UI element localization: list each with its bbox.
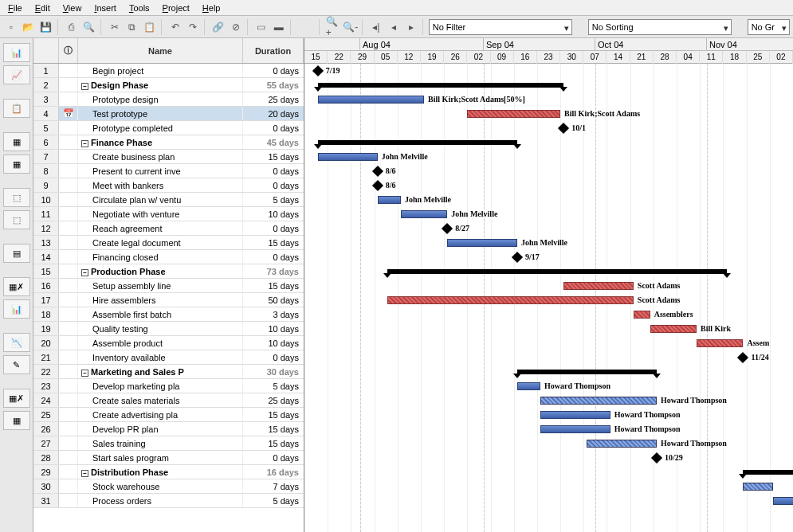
row-number[interactable]: 28	[33, 451, 59, 464]
name-cell[interactable]: Meet with bankers	[78, 178, 243, 192]
row-number[interactable]: 29	[33, 465, 59, 479]
table-row[interactable]: 7Create business plan15 days	[33, 150, 304, 164]
resource-sheet-icon[interactable]: 📋	[3, 99, 30, 118]
name-cell[interactable]: −Distribution Phase	[78, 465, 243, 479]
duration-cell[interactable]: 20 days	[243, 107, 304, 120]
name-cell[interactable]: Develop PR plan	[78, 422, 243, 436]
row-number[interactable]: 23	[33, 379, 59, 393]
link-icon[interactable]: 🔗	[210, 19, 226, 35]
duration-cell[interactable]: 0 days	[243, 178, 304, 192]
undo-icon[interactable]: ↶	[167, 19, 183, 35]
name-cell[interactable]: Setup assembly line	[78, 279, 243, 292]
name-cell[interactable]: Test prototype	[78, 107, 243, 120]
row-number[interactable]: 1	[33, 64, 59, 77]
duration-cell[interactable]: 10 days	[243, 322, 304, 335]
name-cell[interactable]: Circulate plan w/ ventu	[78, 193, 243, 206]
prev-icon[interactable]: ◂	[386, 19, 402, 35]
name-cell[interactable]: −Design Phase	[78, 78, 243, 92]
task-bar[interactable]	[387, 296, 634, 304]
menu-file[interactable]: File	[2, 2, 29, 14]
summary-bar[interactable]	[318, 83, 564, 88]
table-row[interactable]: 23Develop marketing pla5 days	[33, 379, 304, 393]
table-row[interactable]: 21Inventory available0 days	[33, 350, 304, 365]
table-row[interactable]: 9Meet with bankers0 days	[33, 178, 304, 193]
row-number[interactable]: 26	[33, 422, 59, 436]
menu-insert[interactable]: Insert	[88, 2, 123, 14]
row-number[interactable]: 4	[33, 107, 59, 120]
row-number[interactable]: 16	[33, 279, 59, 292]
menu-help[interactable]: Help	[196, 2, 227, 14]
table-row[interactable]: 11Negotiate with venture10 days	[33, 207, 304, 221]
duration-cell[interactable]: 15 days	[243, 150, 304, 163]
duration-cell[interactable]: 5 days	[243, 193, 304, 206]
report-icon[interactable]: ▤	[3, 244, 30, 263]
gantt-chart[interactable]: Aug 04Sep 04Oct 04Nov 04Dec1522290512192…	[304, 38, 793, 532]
duration-cell[interactable]: 0 days	[243, 64, 304, 77]
name-cell[interactable]: Assemble product	[78, 336, 243, 350]
duration-cell[interactable]: 73 days	[243, 264, 304, 278]
table-row[interactable]: 5Prototype completed0 days	[33, 121, 304, 135]
row-number[interactable]: 18	[33, 307, 59, 321]
row-number[interactable]: 21	[33, 350, 59, 364]
name-cell[interactable]: Hire assemblers	[78, 293, 243, 307]
duration-cell[interactable]: 0 days	[243, 250, 304, 264]
duration-cell[interactable]: 16 days	[243, 465, 304, 479]
table-row[interactable]: 14Financing closed0 days	[33, 250, 304, 264]
row-number[interactable]: 12	[33, 221, 59, 235]
duration-cell[interactable]: 10 days	[243, 336, 304, 350]
histogram-icon[interactable]: 📊	[3, 299, 30, 319]
name-cell[interactable]: Sales training	[78, 436, 243, 450]
filter-combo[interactable]: No Filter	[429, 19, 572, 35]
name-cell[interactable]: Process orders	[78, 494, 243, 507]
next-icon[interactable]: ▸	[403, 19, 419, 35]
row-number[interactable]: 6	[33, 135, 59, 149]
task-bar[interactable]	[697, 339, 743, 347]
task-bar[interactable]	[467, 110, 560, 118]
row-number[interactable]: 8	[33, 164, 59, 178]
name-cell[interactable]: Inventory available	[78, 350, 243, 364]
outdent-icon[interactable]: ▬	[271, 19, 287, 35]
name-cell[interactable]: Create sales materials	[78, 393, 243, 407]
resource-usage-icon[interactable]: ▦	[3, 155, 30, 174]
table-row[interactable]: 17Hire assemblers50 days	[33, 293, 304, 307]
row-number[interactable]: 10	[33, 193, 59, 206]
duration-cell[interactable]: 55 days	[243, 78, 304, 92]
table-row[interactable]: 1Begin project0 days	[33, 64, 304, 78]
name-cell[interactable]: Reach agreement	[78, 221, 243, 235]
duration-cell[interactable]: 25 days	[243, 393, 304, 407]
table-row[interactable]: 10Circulate plan w/ ventu5 days	[33, 193, 304, 207]
milestone-icon[interactable]	[312, 65, 324, 76]
table-row[interactable]: 20Assemble product10 days	[33, 336, 304, 350]
task-bar[interactable]	[318, 96, 424, 104]
row-number[interactable]: 20	[33, 336, 59, 350]
name-cell[interactable]: Financing closed	[78, 250, 243, 264]
name-cell[interactable]: −Finance Phase	[78, 135, 243, 149]
table-row[interactable]: 29−Distribution Phase16 days	[33, 465, 304, 479]
header-name[interactable]: Name	[78, 38, 243, 63]
header-duration[interactable]: Duration	[243, 38, 304, 63]
unlink-icon[interactable]: ⊘	[228, 19, 244, 35]
row-number[interactable]: 24	[33, 393, 59, 407]
header-info[interactable]: ⓘ	[59, 38, 78, 63]
duration-cell[interactable]: 15 days	[243, 236, 304, 249]
duration-cell[interactable]: 0 days	[243, 350, 304, 364]
indent-icon[interactable]: ▭	[253, 19, 269, 35]
sort-combo[interactable]: No Sorting	[588, 19, 732, 35]
table-row[interactable]: 25Create advertising pla15 days	[33, 408, 304, 422]
name-cell[interactable]: Begin project	[78, 64, 243, 77]
duration-cell[interactable]: 5 days	[243, 379, 304, 393]
duration-cell[interactable]: 0 days	[243, 164, 304, 178]
summary-bar[interactable]	[517, 370, 657, 374]
duration-cell[interactable]: 5 days	[243, 494, 304, 507]
task-bar[interactable]	[773, 497, 793, 505]
table-row[interactable]: 3Prototype design25 days	[33, 92, 304, 107]
table-row[interactable]: 12Reach agreement0 days	[33, 221, 304, 236]
no-filter-icon[interactable]: ▦✗	[3, 389, 30, 408]
duration-cell[interactable]: 10 days	[243, 207, 304, 221]
table-row[interactable]: 13Create legal document15 days	[33, 236, 304, 250]
menu-view[interactable]: View	[57, 2, 88, 14]
row-number[interactable]: 27	[33, 436, 59, 450]
name-cell[interactable]: Create advertising pla	[78, 408, 243, 421]
table-row[interactable]: 28Start sales program0 days	[33, 451, 304, 465]
task-bar[interactable]	[540, 425, 610, 433]
